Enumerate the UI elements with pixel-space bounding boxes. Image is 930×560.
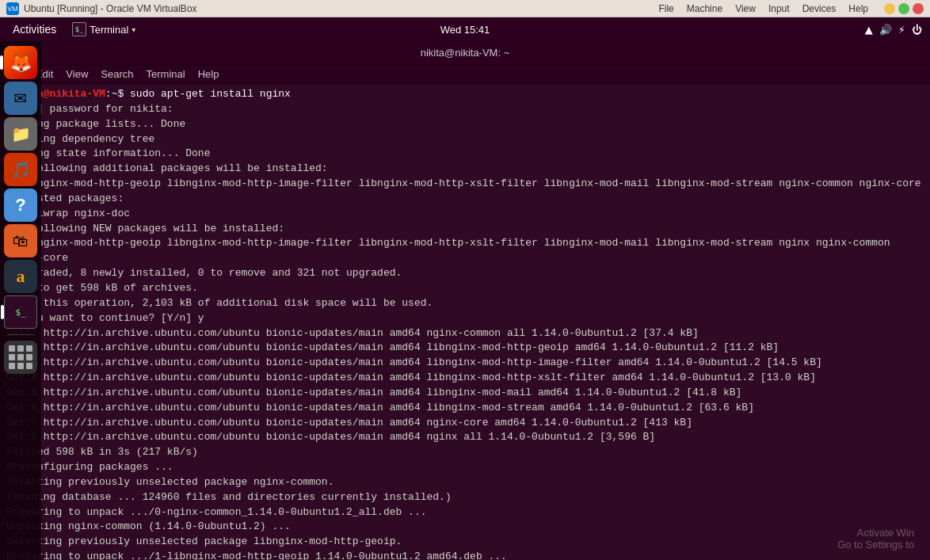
term-menu-view[interactable]: View <box>66 68 88 80</box>
dock-icon-music[interactable]: 🎵 <box>4 153 37 186</box>
vbox-menu-machine[interactable]: Machine <box>687 3 722 14</box>
dock-icon-amazon[interactable]: a <box>4 260 37 293</box>
terminal-content[interactable]: nikita@nikita-VM:~$ sudo apt-get install… <box>0 84 930 560</box>
vbox-menu-input[interactable]: Input <box>768 3 790 14</box>
terminal-line-16: Get:1 http://in.archive.ubuntu.com/ubunt… <box>6 326 924 341</box>
terminal-line-1: nikita@nikita-VM:~$ sudo apt-get install… <box>6 87 924 102</box>
dock-icon-terminal[interactable]: $_ <box>4 295 37 329</box>
dock-icon-appstore[interactable]: 🛍 <box>4 224 37 257</box>
terminal-icon-small: $_ <box>72 22 86 36</box>
vbox-menu-file[interactable]: File <box>658 3 673 14</box>
terminal-line-8: Suggested packages: <box>6 192 924 207</box>
terminal-line-11: libnginx-mod-http-geoip libnginx-mod-htt… <box>6 236 924 266</box>
terminal-line-6: The following additional packages will b… <box>6 162 924 177</box>
dock-icon-firefox[interactable]: 🦊 <box>4 46 37 79</box>
terminal-window: nikita@nikita-VM: ~ File Edit View Searc… <box>0 41 930 560</box>
terminal-line-31: Preparing to unpack .../1-libnginx-mod-h… <box>6 550 924 560</box>
volume-icon[interactable]: 🔊 <box>879 24 892 36</box>
terminal-line-22: Get:7 http://in.archive.ubuntu.com/ubunt… <box>6 416 924 431</box>
ubuntu-top-bar: Activities $_ Terminal ▾ Wed 15:41 ▲ 🔊 ⚡… <box>0 17 930 41</box>
close-button[interactable] <box>913 3 924 14</box>
minimize-button[interactable] <box>884 3 895 14</box>
dock-icon-files[interactable]: 📁 <box>4 117 37 150</box>
vbox-title: Ubuntu [Running] - Oracle VM VirtualBox <box>24 3 658 14</box>
vbox-menu-view[interactable]: View <box>735 3 756 14</box>
terminal-line-2: [sudo] password for nikita: <box>6 102 924 117</box>
terminal-line-30: Selecting previously unselected package … <box>6 535 924 550</box>
power-icon[interactable]: ⏻ <box>912 24 922 36</box>
terminal-line-17: Get:2 http://in.archive.ubuntu.com/ubunt… <box>6 341 924 356</box>
terminal-line-21: Get:6 http://in.archive.ubuntu.com/ubunt… <box>6 401 924 416</box>
vbox-menu-devices[interactable]: Devices <box>802 3 837 14</box>
terminal-line-14: After this operation, 2,103 kB of additi… <box>6 296 924 311</box>
terminal-app-menu[interactable]: $_ Terminal ▾ <box>67 21 140 38</box>
activities-button[interactable]: Activities <box>8 21 61 37</box>
terminal-line-23: Get:8 http://in.archive.ubuntu.com/ubunt… <box>6 430 924 445</box>
vbox-menu-help[interactable]: Help <box>848 3 868 14</box>
terminal-label: Terminal <box>90 24 128 36</box>
term-menu-terminal[interactable]: Terminal <box>147 68 185 80</box>
network-icon[interactable]: ▲ <box>865 24 873 36</box>
terminal-line-18: Get:3 http://in.archive.ubuntu.com/ubunt… <box>6 356 924 371</box>
terminal-line-12: 0 upgraded, 8 newly installed, 0 to remo… <box>6 266 924 281</box>
terminal-line-19: Get:4 http://in.archive.ubuntu.com/ubunt… <box>6 371 924 386</box>
dock-icon-apps-grid[interactable] <box>4 341 37 374</box>
terminal-line-9: fcgiwrap nginx-doc <box>6 207 924 222</box>
terminal-line-24: Fetched 598 kB in 3s (217 kB/s) <box>6 445 924 460</box>
terminal-titlebar: nikita@nikita-VM: ~ <box>0 41 930 65</box>
maximize-button[interactable] <box>898 3 909 14</box>
dock: 🦊 ✉️ 📁 🎵 ? 🛍 a $_ <box>0 41 41 560</box>
terminal-line-5: Reading state information... Done <box>6 147 924 162</box>
dock-icon-help[interactable]: ? <box>4 189 37 222</box>
terminal-line-13: Need to get 598 kB of archives. <box>6 281 924 296</box>
term-menu-help[interactable]: Help <box>198 68 219 80</box>
terminal-line-10: The following NEW packages will be insta… <box>6 222 924 237</box>
terminal-line-29: Unpacking nginx-common (1.14.0-0ubuntu1.… <box>6 520 924 535</box>
system-tray: ▲ 🔊 ⚡ ⏻ <box>865 24 922 36</box>
datetime-display[interactable]: Wed 15:41 <box>440 24 490 36</box>
vbox-window-controls <box>884 3 924 14</box>
battery-icon[interactable]: ⚡ <box>898 24 905 36</box>
terminal-menu-arrow: ▾ <box>131 25 135 34</box>
terminal-line-7: libnginx-mod-http-geoip libnginx-mod-htt… <box>6 177 924 192</box>
term-menu-search[interactable]: Search <box>101 68 133 80</box>
terminal-line-27: (Reading database ... 124960 files and d… <box>6 490 924 505</box>
vbox-titlebar: VM Ubuntu [Running] - Oracle VM VirtualB… <box>0 0 930 17</box>
dock-icon-mail[interactable]: ✉️ <box>4 82 37 115</box>
terminal-line-20: Get:5 http://in.archive.ubuntu.com/ubunt… <box>6 386 924 401</box>
terminal-line-26: Selecting previously unselected package … <box>6 475 924 490</box>
dock-separator <box>8 334 33 335</box>
terminal-menubar: File Edit View Search Terminal Help <box>0 65 930 84</box>
terminal-line-4: Building dependency tree <box>6 132 924 147</box>
terminal-line-25: Preconfiguring packages ... <box>6 460 924 475</box>
terminal-window-title: nikita@nikita-VM: ~ <box>421 47 510 59</box>
terminal-line-15: Do you want to continue? [Y/n] y <box>6 311 924 326</box>
terminal-line-28: Preparing to unpack .../0-nginx-common_1… <box>6 505 924 520</box>
vbox-menu-bar: File Machine View Input Devices Help <box>658 3 868 14</box>
vbox-app-icon: VM <box>6 2 19 15</box>
terminal-line-3: Reading package lists... Done <box>6 117 924 132</box>
